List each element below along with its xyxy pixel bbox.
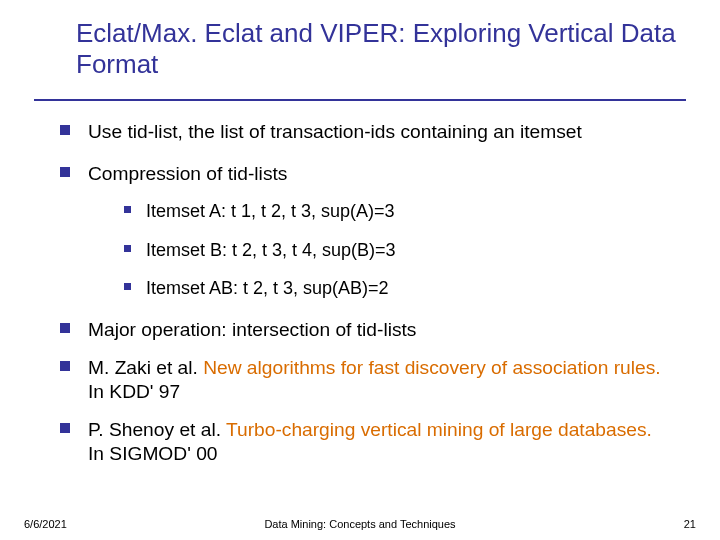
slide: Eclat/Max. Eclat and VIPER: Exploring Ve… xyxy=(0,0,720,540)
bullet-text: Compression of tid-lists xyxy=(88,163,287,184)
footer-title: Data Mining: Concepts and Techniques xyxy=(0,518,720,530)
bullet-item: Major operation: intersection of tid-lis… xyxy=(60,318,670,342)
bullet-item: M. Zaki et al. New algorithms for fast d… xyxy=(60,356,670,404)
square-bullet-icon xyxy=(60,323,70,333)
slide-body: Use tid-list, the list of transaction-id… xyxy=(60,120,670,484)
square-bullet-icon xyxy=(124,283,131,290)
square-bullet-icon xyxy=(60,361,70,371)
slide-title: Eclat/Max. Eclat and VIPER: Exploring Ve… xyxy=(76,18,676,79)
square-bullet-icon xyxy=(60,125,70,135)
bullet-text-suffix: In SIGMOD' 00 xyxy=(88,443,218,464)
square-bullet-icon xyxy=(60,423,70,433)
bullet-text: Major operation: intersection of tid-lis… xyxy=(88,319,416,340)
square-bullet-icon xyxy=(124,245,131,252)
sub-bullet-text: Itemset AB: t 2, t 3, sup(AB)=2 xyxy=(146,278,389,298)
reference-title: New algorithms for fast discovery of ass… xyxy=(203,357,660,378)
sub-bullet-text: Itemset A: t 1, t 2, t 3, sup(A)=3 xyxy=(146,201,395,221)
title-underline xyxy=(34,99,686,101)
sub-bullet-text: Itemset B: t 2, t 3, t 4, sup(B)=3 xyxy=(146,240,396,260)
sub-bullet-item: Itemset B: t 2, t 3, t 4, sup(B)=3 xyxy=(124,239,670,262)
reference-title: Turbo-charging vertical mining of large … xyxy=(226,419,652,440)
sub-list: Itemset A: t 1, t 2, t 3, sup(A)=3 Items… xyxy=(124,200,670,300)
bullet-text-suffix: In KDD' 97 xyxy=(88,381,180,402)
bullet-text-prefix: P. Shenoy et al. xyxy=(88,419,226,440)
bullet-item: Use tid-list, the list of transaction-id… xyxy=(60,120,670,144)
bullet-text-prefix: M. Zaki et al. xyxy=(88,357,203,378)
sub-bullet-item: Itemset AB: t 2, t 3, sup(AB)=2 xyxy=(124,277,670,300)
square-bullet-icon xyxy=(60,167,70,177)
bullet-item: Compression of tid-lists Itemset A: t 1,… xyxy=(60,162,670,300)
sub-bullet-item: Itemset A: t 1, t 2, t 3, sup(A)=3 xyxy=(124,200,670,223)
bullet-text: Use tid-list, the list of transaction-id… xyxy=(88,121,582,142)
square-bullet-icon xyxy=(124,206,131,213)
footer-page-number: 21 xyxy=(684,518,696,530)
bullet-item: P. Shenoy et al. Turbo-charging vertical… xyxy=(60,418,670,466)
